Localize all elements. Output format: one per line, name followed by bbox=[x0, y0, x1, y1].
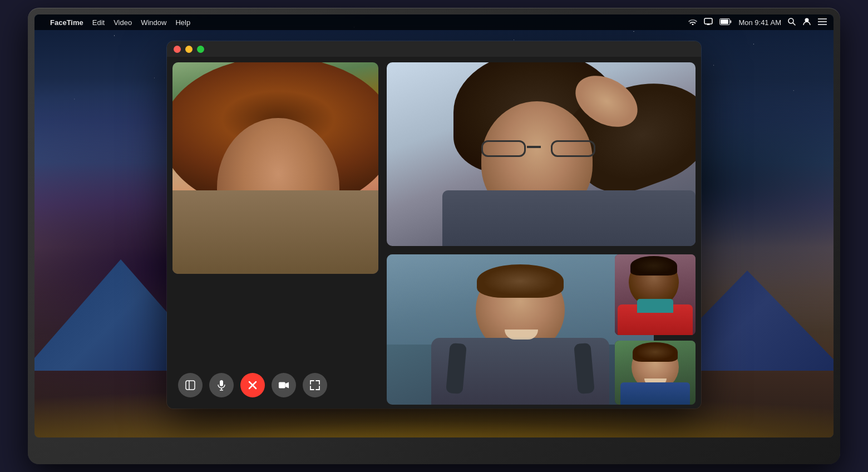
laptop-frame: FaceTime Edit Video Window Help bbox=[28, 8, 840, 464]
screen: FaceTime Edit Video Window Help bbox=[34, 14, 834, 437]
menu-help[interactable]: Help bbox=[175, 18, 190, 27]
menu-window[interactable]: Window bbox=[141, 18, 166, 27]
video-grid bbox=[167, 57, 701, 409]
mute-camera-button[interactable] bbox=[272, 373, 296, 397]
svg-rect-3 bbox=[721, 19, 728, 24]
menu-edit[interactable]: Edit bbox=[92, 18, 105, 27]
end-call-button[interactable] bbox=[240, 373, 265, 397]
list-icon[interactable] bbox=[818, 18, 827, 27]
maximize-button[interactable] bbox=[197, 46, 204, 53]
search-icon[interactable] bbox=[788, 18, 796, 27]
control-bar bbox=[167, 373, 701, 397]
close-button[interactable] bbox=[174, 46, 181, 53]
mute-mic-button[interactable] bbox=[209, 373, 234, 397]
sidebar-toggle-button[interactable] bbox=[178, 373, 203, 397]
battery-icon bbox=[719, 18, 732, 27]
menu-bar: FaceTime Edit Video Window Help bbox=[34, 14, 834, 30]
airplay-icon bbox=[704, 18, 713, 27]
fullscreen-button[interactable] bbox=[303, 373, 327, 397]
svg-rect-0 bbox=[704, 18, 712, 24]
wifi-icon bbox=[688, 18, 697, 27]
menu-bar-left: FaceTime Edit Video Window Help bbox=[41, 18, 190, 27]
menu-bar-right: Mon 9:41 AM bbox=[688, 17, 827, 28]
video-small-1 bbox=[615, 254, 696, 335]
svg-rect-10 bbox=[186, 381, 195, 390]
svg-rect-12 bbox=[220, 380, 223, 386]
video-top-right bbox=[387, 62, 696, 246]
user-icon[interactable] bbox=[802, 17, 811, 28]
minimize-button[interactable] bbox=[185, 46, 193, 53]
svg-rect-17 bbox=[279, 382, 285, 389]
title-bar bbox=[167, 41, 701, 57]
menu-video[interactable]: Video bbox=[114, 18, 132, 27]
menu-facetime[interactable]: FaceTime bbox=[50, 18, 83, 27]
traffic-lights bbox=[174, 46, 204, 53]
svg-rect-2 bbox=[730, 20, 732, 23]
facetime-window bbox=[167, 41, 701, 409]
time-display: Mon 9:41 AM bbox=[738, 18, 781, 27]
svg-line-5 bbox=[793, 23, 795, 25]
video-main bbox=[172, 62, 378, 274]
